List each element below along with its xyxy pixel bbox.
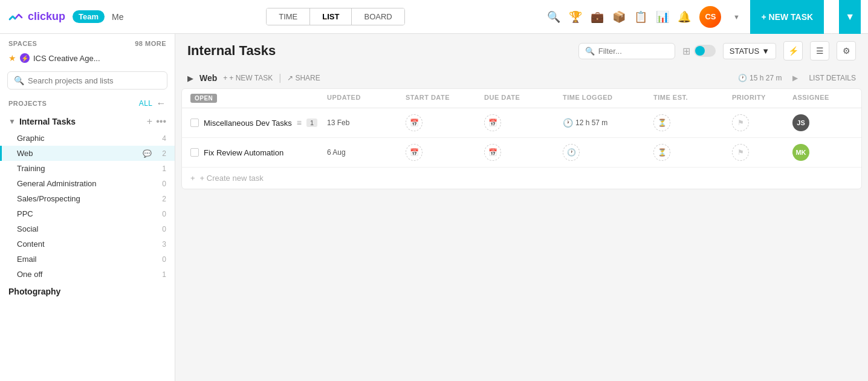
page-title: Internal Tasks xyxy=(187,43,276,59)
avatar-chevron-icon[interactable]: ▼ xyxy=(730,10,743,24)
spaces-header: SPACES 98 more xyxy=(0,34,175,51)
sidebar: SPACES 98 more ★ ⚡ ICS Creative Age... 🔍… xyxy=(0,34,175,381)
me-label[interactable]: Me xyxy=(112,12,123,22)
list-icon[interactable]: 📋 xyxy=(634,10,647,24)
sidebar-item-content[interactable]: Content 3 xyxy=(0,236,175,252)
projects-header: PROJECTS All ← xyxy=(0,94,175,112)
priority-button[interactable]: ⚑ xyxy=(732,114,749,131)
task-subtask-badge[interactable]: 1 xyxy=(306,119,317,127)
comment-icon: 💬 xyxy=(143,149,152,158)
new-task-dropdown-button[interactable]: ▼ xyxy=(839,0,861,34)
task-time-logged: 🕐 12 h 57 m xyxy=(563,118,653,128)
task-updated-2: 6 Aug xyxy=(327,148,406,157)
time-est-button-2[interactable]: ⏳ xyxy=(653,144,670,161)
avatar[interactable]: CS xyxy=(699,6,721,28)
time-logged-button-2[interactable]: 🕐 xyxy=(563,144,580,161)
new-task-button[interactable]: + NEW TASK xyxy=(750,0,824,34)
tab-board[interactable]: BOARD xyxy=(352,8,404,25)
sidebar-item-web[interactable]: Web 💬 2 xyxy=(0,146,175,161)
spaces-more[interactable]: 98 more xyxy=(135,40,166,47)
filter-icon-button[interactable]: ⚡ xyxy=(783,41,803,60)
start-date-button[interactable]: 📅 xyxy=(406,114,423,131)
section-new-task-button[interactable]: + + NEW TASK xyxy=(223,74,273,82)
time-est-button[interactable]: ⏳ xyxy=(653,114,670,131)
sidebar-item-email[interactable]: Email 0 xyxy=(0,252,175,267)
sidebar-item-photography[interactable]: Photography xyxy=(0,282,175,301)
sidebar-item-one-off[interactable]: One off 1 xyxy=(0,267,175,282)
settings-icon-button[interactable]: ⚙ xyxy=(837,41,856,60)
content-header: Internal Tasks 🔍 ⊞ STATUS ▼ ⚡ ☰ ⚙ xyxy=(175,34,868,67)
due-date-button[interactable]: 📅 xyxy=(484,114,501,131)
sidebar-item-general-administration[interactable]: General Administration 0 xyxy=(0,176,175,191)
projects-collapse-icon[interactable]: ← xyxy=(157,98,167,109)
task-updated: 13 Feb xyxy=(327,119,406,127)
clock-icon-2: 🕐 xyxy=(567,148,576,157)
sidebar-item-graphic[interactable]: Graphic 4 xyxy=(0,131,175,146)
clock-icon: 🕐 xyxy=(738,74,747,82)
trophy-icon[interactable]: 🏆 xyxy=(569,10,582,24)
task-name[interactable]: Miscellaneous Dev Tasks xyxy=(204,119,292,128)
project-parent[interactable]: ▼ Internal Tasks + ••• xyxy=(0,112,175,131)
more-icon[interactable]: ••• xyxy=(156,116,166,127)
status-button[interactable]: STATUS ▼ xyxy=(723,43,776,59)
task-table: OPEN UPDATED START DATE DUE DATE TIME LO… xyxy=(181,88,862,189)
search-icon[interactable]: 🔍 xyxy=(547,10,560,24)
flag-icon-2: ⚑ xyxy=(737,148,744,157)
logo-text: clickup xyxy=(28,10,65,23)
time-logged-section: 🕐 15 h 27 m xyxy=(738,74,782,82)
sidebar-item-ppc[interactable]: PPC 0 xyxy=(0,206,175,221)
projects-all[interactable]: All xyxy=(139,99,153,108)
main-layout: SPACES 98 more ★ ⚡ ICS Creative Age... 🔍… xyxy=(0,34,868,381)
bell-icon[interactable]: 🔔 xyxy=(678,10,691,24)
assignee-avatar[interactable]: JS xyxy=(792,114,809,131)
space-name[interactable]: ICS Creative Age... xyxy=(33,54,100,63)
tab-time[interactable]: TIME xyxy=(267,8,310,25)
time-icon: 🕐 xyxy=(563,118,573,128)
search-input[interactable] xyxy=(28,76,161,85)
task-name-cell: Fix Review Automation xyxy=(190,148,327,157)
task-checkbox-2[interactable] xyxy=(190,148,199,157)
hourglass-icon-2: ⏳ xyxy=(658,148,667,157)
hourglass-icon: ⏳ xyxy=(658,119,667,127)
flag-icon: ⚑ xyxy=(737,119,744,127)
assignee-avatar-2[interactable]: MK xyxy=(792,144,809,161)
share-icon: ↗ xyxy=(287,74,293,82)
section-chevron-icon[interactable]: ▶ xyxy=(187,74,193,83)
task-name-2[interactable]: Fix Review Automation xyxy=(204,148,283,157)
section-share-button[interactable]: ↗ SHARE xyxy=(287,74,320,82)
team-badge[interactable]: Team xyxy=(73,10,105,23)
chart-icon[interactable]: 📊 xyxy=(656,10,669,24)
open-badge: OPEN xyxy=(190,94,217,103)
create-task-icon: + xyxy=(190,174,195,183)
new-task-divider xyxy=(831,0,832,34)
briefcase-icon[interactable]: 💼 xyxy=(591,10,604,24)
filter-input[interactable] xyxy=(598,47,659,56)
col-time-est: TIME EST. xyxy=(653,94,732,103)
sidebar-item-sales-prospecting[interactable]: Sales/Prospecting 2 xyxy=(0,191,175,206)
col-time-logged: TIME LOGGED xyxy=(563,94,653,103)
columns-icon-button[interactable]: ☰ xyxy=(810,41,829,60)
sidebar-item-training[interactable]: Training 1 xyxy=(0,161,175,176)
due-date-button-2[interactable]: 📅 xyxy=(484,144,501,161)
search-box: 🔍 xyxy=(7,71,167,90)
bolt-icon: ⚡ xyxy=(20,53,30,63)
star-icon: ★ xyxy=(8,53,16,63)
add-list-icon[interactable]: + xyxy=(147,116,152,127)
top-nav: clickup Team Me TIME LIST BOARD 🔍 🏆 💼 📦 … xyxy=(0,0,868,34)
cube-icon[interactable]: 📦 xyxy=(612,10,626,24)
project-actions: + ••• xyxy=(147,116,166,127)
col-assignee: ASSIGNEE xyxy=(792,94,853,103)
sidebar-item-social[interactable]: Social 0 xyxy=(0,221,175,236)
nav-right: 🔍 🏆 💼 📦 📋 📊 🔔 CS ▼ xyxy=(547,6,743,28)
start-date-button-2[interactable]: 📅 xyxy=(406,144,423,161)
section-header: ▶ Web + + NEW TASK | ↗ SHARE 🕐 15 h 27 m… xyxy=(181,67,862,88)
section-name: Web xyxy=(199,73,217,83)
equals-icon[interactable]: ≡ xyxy=(297,118,302,128)
create-task-row[interactable]: + + Create new task xyxy=(182,168,861,189)
tab-list[interactable]: LIST xyxy=(310,8,352,25)
toggle-switch[interactable] xyxy=(694,45,716,57)
list-details-button[interactable]: LIST DETAILS xyxy=(809,74,856,82)
task-checkbox[interactable] xyxy=(190,119,199,127)
task-name-cell: Miscellaneous Dev Tasks ≡ 1 xyxy=(190,118,327,128)
priority-button-2[interactable]: ⚑ xyxy=(732,144,749,161)
